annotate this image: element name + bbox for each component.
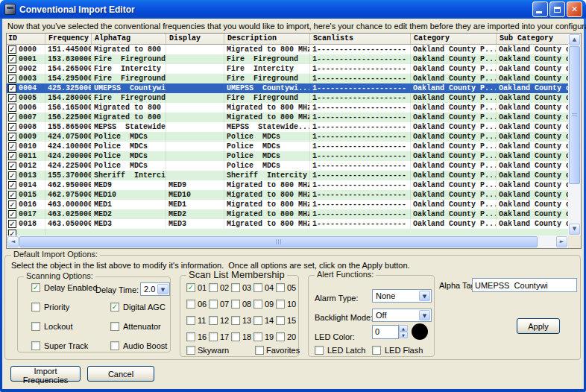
row-checkbox[interactable]: ✓ <box>8 200 16 209</box>
led-flash[interactable]: LED Flash <box>372 346 423 355</box>
row-checkbox[interactable]: ✓ <box>8 191 16 199</box>
chevron-down-icon[interactable]: ▼ <box>419 291 430 301</box>
scan-list-item[interactable]: 17 <box>209 332 229 341</box>
row-checkbox[interactable]: ✓ <box>8 210 16 218</box>
scan-list-item[interactable]: ✓01 <box>186 283 207 292</box>
scan-list-item[interactable]: 07 <box>209 300 229 309</box>
scan-list-item-checkbox[interactable] <box>276 300 285 309</box>
table-row[interactable]: ✓0009424.075000Police MDCsPolice MDCs1--… <box>7 132 568 142</box>
close-button[interactable]: ✕ <box>567 1 582 17</box>
scan-list-item[interactable]: 12 <box>209 316 229 325</box>
scan-list-item[interactable]: 09 <box>253 300 274 309</box>
column-header[interactable]: Sub Category <box>497 34 568 44</box>
column-header[interactable]: ID <box>7 34 45 44</box>
scanning-option[interactable]: Attenuator <box>110 322 161 331</box>
row-checkbox[interactable]: ✓ <box>8 220 16 228</box>
row-checkbox[interactable]: ✓ <box>8 230 16 235</box>
spin-up-icon[interactable]: ▲ <box>399 325 408 332</box>
scan-list-item-checkbox[interactable] <box>209 332 218 341</box>
scan-list-item[interactable]: 15 <box>276 316 296 325</box>
table-row[interactable]: ✓0012424.225000Police MDCsPolice MDCs1--… <box>7 161 568 171</box>
scan-list-item-checkbox[interactable] <box>276 316 285 325</box>
scan-list-item-checkbox[interactable] <box>209 316 218 325</box>
scanning-option-checkbox[interactable]: ✓ <box>31 283 40 292</box>
titlebar[interactable]: Conventional Import Editor ✕ <box>0 0 586 19</box>
row-checkbox[interactable]: ✓ <box>8 84 16 92</box>
scan-list-extra[interactable]: Favorites <box>255 346 300 355</box>
row-checkbox[interactable]: ✓ <box>8 162 16 170</box>
scan-list-item[interactable]: 20 <box>276 332 296 341</box>
table-row[interactable]: ✓0007156.225000Migrated to 800Migrated t… <box>7 113 568 122</box>
table-row[interactable]: ✓0002154.265000Fire IntercityFire Interc… <box>7 64 568 74</box>
row-checkbox[interactable]: ✓ <box>8 65 16 73</box>
scanning-option-checkbox[interactable] <box>110 341 119 350</box>
scan-list-item[interactable]: 05 <box>276 283 296 292</box>
scan-list-item-checkbox[interactable] <box>209 300 218 309</box>
minimize-button[interactable] <box>532 1 548 17</box>
apply-button[interactable]: Apply <box>517 318 560 334</box>
import-frequencies-button[interactable]: Import Frequencies <box>10 366 81 382</box>
row-checkbox[interactable]: ✓ <box>8 142 16 151</box>
horizontal-scrollbar[interactable]: ◄ ► <box>7 235 568 248</box>
alarm-type-dropdown[interactable]: None ▼ <box>372 289 432 303</box>
scan-list-item-checkbox[interactable]: ✓ <box>186 283 195 292</box>
column-header[interactable]: Category <box>411 34 497 44</box>
table-row[interactable]: ✓0016463.000000MED1MED1Migrated to 800 M… <box>7 200 568 209</box>
led-latch-checkbox[interactable] <box>315 346 324 355</box>
row-checkbox[interactable]: ✓ <box>8 152 16 160</box>
row-checkbox[interactable]: ✓ <box>8 123 16 131</box>
cancel-button[interactable]: Cancel <box>87 366 154 382</box>
table-row[interactable]: ✓0018463.050000MED3MED3Migrated to 800 M… <box>7 219 568 229</box>
row-checkbox[interactable]: ✓ <box>8 55 16 63</box>
table-row[interactable]: ✓0011424.200000Police MDCsPolice MDCs1--… <box>7 151 568 161</box>
scan-list-extra[interactable]: Skywarn <box>186 346 229 355</box>
led-color-value[interactable]: 0 <box>372 325 399 339</box>
scanning-option-checkbox[interactable] <box>31 341 40 350</box>
scan-list-item-checkbox[interactable] <box>209 283 218 292</box>
row-checkbox[interactable]: ✓ <box>8 94 16 102</box>
scan-list-item-checkbox[interactable] <box>186 332 195 341</box>
scan-list-item[interactable]: 14 <box>253 316 274 325</box>
scan-list-item-checkbox[interactable] <box>231 283 240 292</box>
scan-list-item[interactable]: 04 <box>253 283 274 292</box>
table-row[interactable]: ✓0015462.975000MED10MED10Migrated to 800… <box>7 190 568 200</box>
column-header[interactable]: Description <box>224 34 310 44</box>
scan-list-item-checkbox[interactable] <box>231 316 240 325</box>
delay-time-dropdown[interactable]: 2.0 ▼ <box>140 282 170 296</box>
table-row[interactable]: ✓0008155.865000MEPSS StatewideMEPSS Stat… <box>7 122 568 132</box>
table-row[interactable]: ✓0005154.280000Fire FiregroundFire Fireg… <box>7 93 568 103</box>
scan-list-item-checkbox[interactable] <box>253 332 262 341</box>
scan-list-item[interactable]: 08 <box>231 300 251 309</box>
scan-list-item[interactable]: 16 <box>186 332 207 341</box>
scan-list-item-checkbox[interactable] <box>253 316 262 325</box>
table-row[interactable]: ✓0014462.950000MED9MED9Migrated to 800 M… <box>7 180 568 190</box>
scroll-left-button[interactable]: ◄ <box>7 236 19 247</box>
scan-list-item[interactable]: 03 <box>231 283 251 292</box>
spin-down-icon[interactable]: ▼ <box>399 332 408 338</box>
vertical-scrollbar[interactable]: ▲ ▼ <box>568 34 581 235</box>
table-row[interactable]: ✓0004425.325000UMEPSS CountywiUMEPSS Cou… <box>7 83 568 93</box>
chevron-down-icon[interactable]: ▼ <box>157 284 168 294</box>
scan-list-item-checkbox[interactable] <box>231 300 240 309</box>
led-flash-checkbox[interactable] <box>372 346 381 355</box>
alpha-tag-input[interactable] <box>472 278 577 292</box>
scan-list-item[interactable]: 19 <box>253 332 274 341</box>
chevron-down-icon[interactable]: ▼ <box>419 310 430 320</box>
column-header[interactable]: AlphaTag <box>92 34 166 44</box>
row-checkbox[interactable]: ✓ <box>8 171 16 180</box>
row-checkbox[interactable]: ✓ <box>8 113 16 121</box>
scroll-up-button[interactable]: ▲ <box>569 34 580 45</box>
scanning-option-checkbox[interactable]: ✓ <box>110 303 119 312</box>
backlight-mode-dropdown[interactable]: Off ▼ <box>372 309 432 322</box>
table-row[interactable]: ✓ <box>7 229 568 235</box>
scan-list-item[interactable]: 18 <box>231 332 251 341</box>
scanning-option[interactable]: Audio Boost <box>110 341 167 350</box>
column-header[interactable]: Display <box>166 34 224 44</box>
scan-list-item[interactable]: 02 <box>209 283 229 292</box>
vertical-scroll-thumb[interactable] <box>569 46 580 184</box>
table-row[interactable]: ✓0003154.295000Fire FiregroundFire Fireg… <box>7 74 568 83</box>
table-row[interactable]: ✓0010424.100000Police MDCsPolice MDCs1--… <box>7 142 568 151</box>
scan-list-item-checkbox[interactable] <box>253 300 262 309</box>
row-checkbox[interactable]: ✓ <box>8 133 16 141</box>
scan-list-item-checkbox[interactable] <box>186 300 195 309</box>
